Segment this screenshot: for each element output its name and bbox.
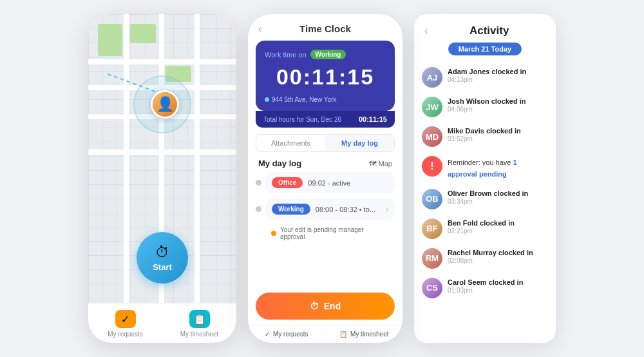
pending-text: Your edit is pending manager approval: [280, 226, 388, 240]
activity-time: 02:21pm: [448, 227, 548, 235]
activity-avatar: RM: [422, 248, 442, 269]
timesheet-icon: 📋: [189, 310, 210, 328]
end-label: End: [324, 301, 341, 311]
activity-item: MD Mike Davis clocked in 03:52pm: [422, 126, 548, 147]
activity-item: AJ Adam Jones clocked in 04:13pm: [422, 67, 548, 88]
clock-icon: ⏱: [155, 244, 169, 261]
working-time: 08:00 - 08:32 • to...: [316, 206, 381, 213]
activity-name: Oliver Brown clocked in: [448, 189, 548, 198]
activity-avatar: OB: [422, 189, 442, 209]
user-location-pin: [151, 90, 179, 119]
activity-text-group: Ben Fold clocked in 02:21pm: [448, 218, 548, 235]
pending-dot: [271, 231, 276, 236]
requests-icon: ✓: [115, 310, 136, 328]
activity-name: Carol Seem clocked in: [448, 278, 548, 287]
calendar-icon: 📋: [339, 331, 347, 338]
activity-title: Activity: [433, 24, 545, 37]
location-dot: [265, 97, 269, 102]
activity-name: Rachel Murray clocked in: [448, 248, 548, 257]
timeclock-title: Time Clock: [299, 23, 351, 34]
entry-working: Working 08:00 - 08:32 • to... ›: [256, 198, 395, 220]
map-icon: 🗺: [369, 160, 376, 168]
tc-requests-button[interactable]: ✓ My requests: [248, 331, 325, 338]
activity-reminder: ! Reminder: you have 1 approval pending: [422, 156, 548, 180]
map-area: ⏱ Start: [88, 14, 236, 303]
start-label: Start: [153, 262, 172, 272]
activity-time: 02:08pm: [448, 257, 548, 264]
office-badge: Office: [272, 177, 303, 188]
activity-time: 04:13pm: [448, 76, 548, 83]
activity-list: AJ Adam Jones clocked in 04:13pm JW Josh…: [414, 67, 556, 343]
work-time-label: Work time on: [265, 51, 307, 59]
date-badge-row: March 21 Today: [414, 43, 556, 62]
check-icon: ✓: [265, 331, 270, 338]
pending-row: Your edit is pending manager approval: [256, 225, 395, 246]
map-block: [98, 24, 122, 56]
activity-text-group: Mike Davis clocked in 03:52pm: [448, 126, 548, 142]
date-badge: March 21 Today: [448, 43, 522, 55]
timer-display: 00:11:15: [265, 64, 386, 90]
activity-header: ‹ Activity: [414, 14, 556, 43]
phone-timeclock-screen: ‹ Time Clock Work time on Working 00:11:…: [248, 14, 402, 343]
activity-text-group: Oliver Brown clocked in 03:34pm: [448, 189, 548, 205]
entry-office: Office 09:02 - active: [256, 172, 395, 193]
timesheet-label: My timesheet: [180, 331, 218, 338]
activity-time: 01:03pm: [448, 287, 548, 294]
activity-text-group: Adam Jones clocked in 04:13pm: [448, 67, 548, 83]
tab-attachments[interactable]: Attachments: [256, 135, 325, 151]
activity-text-group: Rachel Murray clocked in 02:08pm: [448, 248, 548, 264]
office-time: 09:02 - active: [308, 179, 388, 187]
entry-dot: [256, 180, 261, 186]
map-label: Map: [379, 160, 392, 168]
entry-card-office[interactable]: Office 09:02 - active: [265, 172, 395, 193]
activity-time: 03:34pm: [448, 198, 548, 205]
map-button[interactable]: 🗺 Map: [369, 160, 392, 168]
phone-map-screen: ⏱ Start ✓ My requests 📋 My timesheet: [88, 14, 236, 343]
timeclock-header: ‹ Time Clock: [248, 14, 402, 41]
activity-item: BF Ben Fold clocked in 02:21pm: [422, 218, 548, 239]
daylog-header: My day log 🗺 Map: [248, 152, 402, 172]
end-button[interactable]: ⏱ End: [256, 293, 395, 320]
user-avatar: [153, 92, 177, 117]
activity-name: Josh Wilson clocked in: [448, 97, 548, 106]
activity-time: 04:06pm: [448, 106, 548, 113]
timeclock-back-button[interactable]: ‹: [258, 23, 261, 35]
activity-time: 03:52pm: [448, 135, 548, 142]
start-button-area: ⏱ Start: [137, 232, 188, 284]
reminder-text: Reminder: you have 1 approval pending: [448, 159, 517, 178]
reminder-text-group: Reminder: you have 1 approval pending: [448, 156, 548, 180]
activity-text-group: Josh Wilson clocked in 04:06pm: [448, 97, 548, 113]
tc-timesheet-button[interactable]: 📋 My timesheet: [326, 331, 403, 338]
activity-text-group: Carol Seem clocked in 01:03pm: [448, 278, 548, 294]
activity-item: OB Oliver Brown clocked in 03:34pm: [422, 189, 548, 209]
activity-panel: ‹ Activity March 21 Today AJ Adam Jones …: [414, 14, 556, 343]
timeclock-bottom-bar: ✓ My requests 📋 My timesheet: [248, 325, 402, 343]
timer-box: Work time on Working 00:11:15 944 5th Av…: [256, 41, 395, 111]
working-badge: Working: [310, 50, 346, 59]
reminder-icon: !: [422, 156, 442, 177]
requests-label: My requests: [108, 331, 142, 338]
end-icon: ⏱: [310, 301, 319, 311]
my-timesheet-button[interactable]: 📋 My timesheet: [162, 310, 236, 338]
tc-timesheet-label: My timesheet: [350, 331, 388, 338]
daylog-entries: Office 09:02 - active Working 08:00 - 08…: [248, 172, 402, 290]
activity-item: JW Josh Wilson clocked in 04:06pm: [422, 97, 548, 117]
total-hours-row: Total hours for Sun, Dec 26 00:11:15: [256, 111, 395, 128]
activity-name: Ben Fold clocked in: [448, 218, 548, 227]
activity-item: RM Rachel Murray clocked in 02:08pm: [422, 248, 548, 269]
start-button[interactable]: ⏱ Start: [137, 232, 188, 284]
activity-avatar: BF: [422, 218, 442, 239]
entry-card-working[interactable]: Working 08:00 - 08:32 • to... ›: [265, 198, 395, 220]
entry-arrow: ›: [386, 205, 388, 214]
activity-avatar: MD: [422, 126, 442, 147]
activity-name: Mike Davis clocked in: [448, 126, 548, 135]
tab-daylog[interactable]: My day log: [325, 135, 394, 151]
daylog-title: My day log: [258, 159, 301, 168]
work-status-row: Work time on Working: [265, 50, 386, 59]
map-block: [130, 24, 156, 43]
my-requests-button[interactable]: ✓ My requests: [88, 310, 162, 338]
activity-back-button[interactable]: ‹: [424, 25, 428, 37]
location-row: 944 5th Ave, New York: [265, 96, 386, 103]
screens-container: ⏱ Start ✓ My requests 📋 My timesheet ‹ T…: [0, 0, 644, 357]
approval-link[interactable]: 1 approval pending: [448, 159, 517, 178]
